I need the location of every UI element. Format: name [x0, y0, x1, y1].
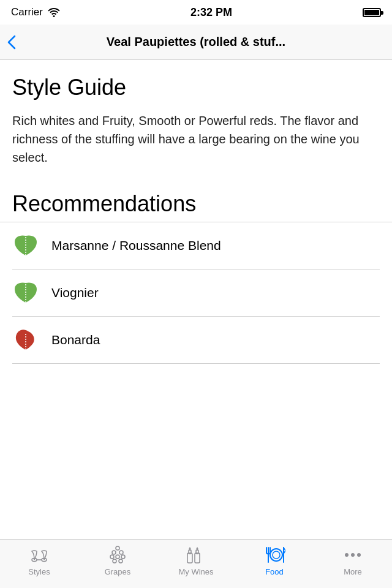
svg-point-6: [116, 546, 119, 550]
battery-icon: [363, 8, 381, 17]
status-right: [363, 8, 381, 17]
food-label: Food: [265, 567, 284, 576]
svg-rect-14: [187, 553, 192, 563]
svg-rect-18: [195, 553, 200, 563]
main-content: Style Guide Rich whites and Fruity, Smoo…: [0, 60, 392, 539]
svg-point-10: [116, 555, 119, 559]
back-button[interactable]: [7, 35, 16, 50]
wine-name: Marsanne / Roussanne Blend: [51, 238, 221, 253]
recommendations-title: Recommendations: [12, 191, 380, 217]
tab-more[interactable]: More: [314, 546, 392, 576]
tab-food[interactable]: Food: [235, 546, 314, 576]
styles-icon: [28, 546, 50, 564]
wifi-icon: [48, 7, 60, 17]
grapes-label: Grapes: [105, 567, 131, 576]
svg-point-8: [119, 551, 123, 554]
wine-name: Bonarda: [51, 333, 100, 347]
style-guide-title: Style Guide: [12, 75, 380, 100]
status-left: Carrier: [11, 6, 60, 18]
svg-point-13: [119, 559, 123, 563]
wine-name: Viognier: [51, 285, 99, 300]
style-guide-body: Rich whites and Fruity, Smooth or Powerf…: [12, 111, 380, 167]
wine-leaf-icon: [12, 328, 39, 352]
tab-bar: Styles Grapes: [0, 539, 392, 588]
wine-item[interactable]: Marsanne / Roussanne Blend: [12, 222, 380, 270]
svg-point-7: [112, 551, 116, 554]
wine-item[interactable]: Bonarda: [12, 317, 380, 364]
wine-leaf-icon: [12, 281, 39, 305]
svg-point-12: [113, 559, 116, 563]
svg-point-28: [345, 553, 349, 557]
wine-leaf-icon: [12, 233, 39, 258]
styles-label: Styles: [28, 567, 50, 576]
tab-styles[interactable]: Styles: [0, 546, 78, 576]
mywines-label: My Wines: [178, 567, 213, 576]
more-label: More: [344, 567, 362, 576]
mywines-icon: [184, 546, 208, 564]
grapes-icon: [109, 546, 126, 564]
tab-grapes[interactable]: Grapes: [78, 546, 157, 576]
more-icon: [343, 546, 363, 564]
svg-point-9: [110, 555, 114, 559]
wine-list: Marsanne / Roussanne Blend Viognier Bona…: [12, 222, 380, 364]
svg-point-25: [270, 549, 282, 561]
food-icon: [263, 546, 285, 564]
svg-point-30: [357, 553, 361, 557]
tab-mywines[interactable]: My Wines: [157, 546, 235, 576]
svg-point-29: [351, 553, 355, 557]
page-title: Veal Paupiettes (rolled & stuf...: [107, 35, 285, 49]
nav-bar: Veal Paupiettes (rolled & stuf...: [0, 24, 392, 60]
svg-point-26: [273, 551, 280, 559]
carrier-label: Carrier: [11, 6, 43, 18]
status-bar: Carrier 2:32 PM: [0, 0, 392, 24]
status-time: 2:32 PM: [190, 6, 232, 19]
svg-point-11: [121, 555, 125, 559]
wine-item[interactable]: Viognier: [12, 270, 380, 317]
